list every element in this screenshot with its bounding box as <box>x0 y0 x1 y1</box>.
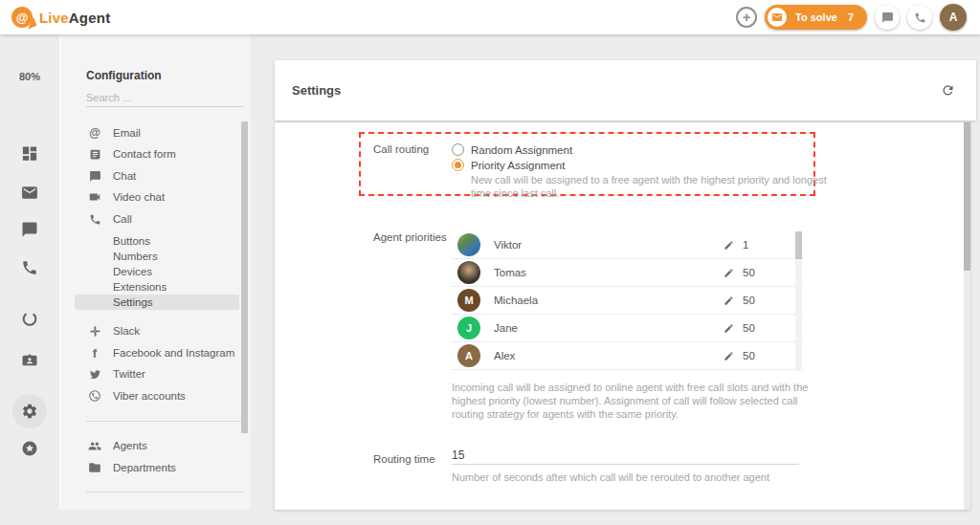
star-circle-icon <box>21 440 38 457</box>
rail-item-dashboard[interactable] <box>21 144 39 163</box>
agent-list-scrollbar-thumb[interactable] <box>795 231 802 259</box>
agent-priorities-helper: Incoming call will be assigned to online… <box>452 381 817 421</box>
sidebar-subitem-buttons[interactable]: Buttons <box>61 233 243 249</box>
avatar: J <box>457 317 480 339</box>
top-bar: @ LiveAgent + To solve 7 A <box>0 0 980 34</box>
liveagent-wordmark: LiveAgent <box>39 10 110 26</box>
sidebar-item-label: Devices <box>113 266 152 277</box>
sidebar-item-label: Agents <box>113 440 147 451</box>
chat-icon <box>881 11 894 24</box>
edit-priority-button[interactable] <box>724 295 734 306</box>
pencil-icon <box>724 240 734 251</box>
rail-item-upgrade[interactable] <box>21 440 38 457</box>
user-avatar[interactable]: A <box>940 4 967 31</box>
phone-icon <box>914 11 926 24</box>
agent-row: Viktor 1 <box>452 231 804 259</box>
routing-time-input[interactable] <box>452 446 799 465</box>
routing-time-helper: Number of seconds after which call will … <box>452 470 854 484</box>
rail-item-settings-active[interactable] <box>12 394 47 428</box>
configuration-panel: Configuration @ Email Contact form Chat … <box>59 34 251 510</box>
rail-item-chats[interactable] <box>21 221 38 238</box>
sidebar-item-viber-accounts[interactable]: Viber accounts <box>61 385 243 406</box>
priority-value[interactable]: 50 <box>743 295 762 306</box>
agent-name: Alex <box>494 350 724 361</box>
avatar: M <box>457 289 480 312</box>
dashboard-icon <box>21 144 39 163</box>
add-button[interactable]: + <box>736 7 757 28</box>
edit-priority-button[interactable] <box>724 323 734 334</box>
rail-item-customers[interactable] <box>21 352 38 369</box>
sidebar-subitem-settings-selected[interactable]: Settings <box>75 295 239 310</box>
sidebar-item-chat[interactable]: Chat <box>61 165 243 186</box>
radio-selected-icon[interactable] <box>452 159 464 171</box>
sidebar-item-label: Twitter <box>113 368 145 380</box>
avatar <box>457 261 480 284</box>
chat-icon <box>88 170 101 183</box>
sidebar-item-video-chat[interactable]: Video chat <box>61 186 243 208</box>
sidebar-item-contact-form[interactable]: Contact form <box>61 143 243 164</box>
sidebar-item-twitter[interactable]: Twitter <box>61 363 243 384</box>
to-solve-button[interactable]: To solve 7 <box>765 5 867 30</box>
radio-label: Priority Assignment <box>471 160 565 171</box>
rail-item-reports[interactable] <box>21 310 39 328</box>
sidebar-item-label: Chat <box>113 170 136 182</box>
sidebar-item-label: Extensions <box>113 281 167 293</box>
sidebar-item-call[interactable]: Call <box>61 208 243 230</box>
radio-option-priority[interactable]: Priority Assignment <box>452 159 565 171</box>
envelope-icon <box>768 8 787 27</box>
sidebar-subitem-extensions[interactable]: Extensions <box>61 279 243 295</box>
radio-label: Random Assignment <box>471 144 572 156</box>
radio-option-random[interactable]: Random Assignment <box>452 143 572 156</box>
sidebar-item-agents[interactable]: Agents <box>61 435 243 456</box>
page-title: Settings <box>292 83 341 98</box>
rail-item-calls[interactable] <box>21 259 38 276</box>
edit-priority-button[interactable] <box>724 268 734 278</box>
settings-header: Settings <box>275 60 976 120</box>
usage-percent: 80% <box>19 71 40 82</box>
edit-priority-button[interactable] <box>724 240 734 251</box>
facebook-icon: f <box>88 346 101 361</box>
agent-name: Viktor <box>494 239 724 251</box>
content-scrollbar-thumb[interactable] <box>964 122 970 271</box>
sidebar-item-label: Facebook and Instagram <box>113 347 234 359</box>
priority-value[interactable]: 1 <box>743 239 762 251</box>
sidebar-item-label: Buttons <box>113 235 150 247</box>
phone-icon <box>88 213 101 226</box>
call-routing-helper: New call will be assigned to a free agen… <box>471 173 827 200</box>
sidebar-scrollbar[interactable] <box>241 121 248 433</box>
sidebar-item-label: Slack <box>113 325 140 337</box>
pencil-icon <box>724 268 734 278</box>
sidebar-item-label: Contact form <box>113 148 176 160</box>
at-icon: @ <box>88 126 101 140</box>
agent-row: M Michaela 50 <box>452 287 804 315</box>
radio-unselected-icon[interactable] <box>452 143 464 156</box>
call-routing-label: Call routing <box>373 143 429 155</box>
liveagent-logo-icon: @ <box>11 7 33 28</box>
icon-rail: 80% <box>0 34 59 525</box>
agent-name: Tomas <box>494 267 724 278</box>
ring-icon <box>21 310 39 328</box>
sidebar-item-facebook-instagram[interactable]: f Facebook and Instagram <box>61 342 243 363</box>
priority-value[interactable]: 50 <box>743 267 762 278</box>
sidebar-subitem-numbers[interactable]: Numbers <box>61 249 243 264</box>
agent-name: Jane <box>494 322 724 334</box>
calls-button[interactable] <box>907 5 932 30</box>
pencil-icon <box>724 323 734 334</box>
sidebar-item-departments[interactable]: Departments <box>61 457 243 478</box>
chats-button[interactable] <box>875 5 900 30</box>
contact-card-icon <box>21 352 38 369</box>
sidebar-subitem-devices[interactable]: Devices <box>61 264 243 279</box>
search-input[interactable] <box>86 88 243 107</box>
priority-value[interactable]: 50 <box>743 322 762 334</box>
agent-priorities-label: Agent priorities <box>373 231 447 243</box>
refresh-button[interactable] <box>941 83 955 98</box>
edit-priority-button[interactable] <box>724 351 734 361</box>
liveagent-logo[interactable]: @ LiveAgent <box>0 7 110 28</box>
sidebar-item-email[interactable]: @ Email <box>61 122 243 143</box>
video-camera-icon <box>88 190 101 204</box>
rail-item-tickets[interactable] <box>21 184 39 202</box>
sidebar-item-slack[interactable]: Slack <box>61 320 243 341</box>
divider <box>86 421 243 422</box>
sidebar-item-label: Video chat <box>113 191 165 203</box>
priority-value[interactable]: 50 <box>743 350 762 361</box>
